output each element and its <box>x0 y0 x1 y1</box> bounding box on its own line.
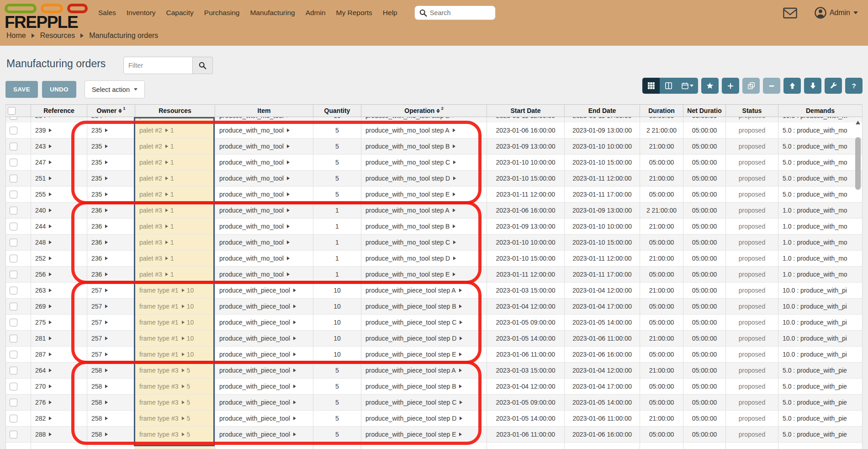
cell-status[interactable]: proposed <box>726 171 778 186</box>
cell-status[interactable]: proposed <box>726 283 778 298</box>
cell-end-date[interactable]: 2023-01-06 11:00:00 <box>565 411 640 426</box>
drilldown-caret-icon[interactable] <box>105 192 108 196</box>
drilldown-caret-icon[interactable] <box>165 128 168 132</box>
drilldown-caret-icon[interactable] <box>49 144 52 148</box>
cell-status[interactable]: proposed <box>726 427 778 442</box>
cell-status[interactable]: proposed <box>726 331 778 346</box>
drilldown-caret-icon[interactable] <box>182 385 185 388</box>
undo-button[interactable]: UNDO <box>42 81 76 98</box>
drilldown-caret-icon[interactable] <box>49 401 52 404</box>
select-all-checkbox[interactable] <box>8 107 16 115</box>
cell-end-date[interactable]: 2023-01-06 16:00:00 <box>565 347 640 362</box>
drilldown-caret-icon[interactable] <box>105 257 108 260</box>
cell-status[interactable]: proposed <box>726 117 778 123</box>
drilldown-caret-icon[interactable] <box>460 401 462 404</box>
drilldown-caret-icon[interactable] <box>453 144 455 148</box>
drilldown-caret-icon[interactable] <box>293 385 296 388</box>
cell-end-date[interactable]: 2023-01-11 12:00:00 <box>565 251 640 266</box>
select-action-dropdown[interactable]: Select action <box>85 80 145 98</box>
cell-start-date[interactable]: 2023-01-03 15:00:00 <box>487 283 565 298</box>
cell-quantity[interactable]: 10 <box>313 117 361 123</box>
breadcrumb-item-home[interactable]: Home <box>6 32 26 40</box>
nav-item-sales[interactable]: Sales <box>98 9 116 17</box>
header-cell-start-date[interactable]: Start Date <box>487 105 565 117</box>
cell-quantity[interactable]: 1 <box>313 203 361 218</box>
drilldown-caret-icon[interactable] <box>165 224 168 228</box>
favorite-button[interactable] <box>701 78 719 94</box>
cell-status[interactable]: proposed <box>726 251 778 266</box>
header-cell-owner[interactable]: Owner1 <box>87 105 135 117</box>
drilldown-caret-icon[interactable] <box>49 128 52 132</box>
header-cell-reference[interactable]: Reference <box>31 105 87 117</box>
row-checkbox[interactable] <box>10 303 17 310</box>
header-cell-demands[interactable]: Demands <box>778 105 862 117</box>
drilldown-caret-icon[interactable] <box>293 353 296 356</box>
cell-quantity[interactable]: 10 <box>313 331 361 346</box>
drilldown-caret-icon[interactable] <box>49 385 52 388</box>
drilldown-caret-icon[interactable] <box>105 433 108 436</box>
drilldown-caret-icon[interactable] <box>460 337 462 340</box>
header-cell-status[interactable]: Status <box>726 105 778 117</box>
drilldown-caret-icon[interactable] <box>105 160 108 164</box>
drilldown-caret-icon[interactable] <box>49 257 52 260</box>
cell-end-date[interactable]: 2023-01-11 12:00:00 <box>565 171 640 186</box>
nav-item-my-reports[interactable]: My Reports <box>336 9 372 17</box>
cell-quantity[interactable]: 1 <box>313 235 361 250</box>
cell-end-date[interactable]: 2023-01-04 12:00:00 <box>565 363 640 378</box>
cell-start-date[interactable]: 2023-01-04 12:00:00 <box>487 299 565 314</box>
nav-item-inventory[interactable]: Inventory <box>127 9 156 17</box>
row-checkbox[interactable] <box>10 223 17 230</box>
drilldown-caret-icon[interactable] <box>165 192 168 196</box>
header-cell-end-date[interactable]: End Date <box>565 105 640 117</box>
filter-input[interactable] <box>123 57 193 74</box>
cell-start-date[interactable]: 2023-01-04 12:00:00 <box>487 379 565 394</box>
drilldown-caret-icon[interactable] <box>49 337 52 340</box>
add-button[interactable] <box>722 78 739 94</box>
row-checkbox[interactable] <box>10 271 17 278</box>
row-checkbox[interactable] <box>10 367 17 374</box>
drilldown-caret-icon[interactable] <box>293 417 296 420</box>
drilldown-caret-icon[interactable] <box>459 385 462 388</box>
drilldown-caret-icon[interactable] <box>105 417 108 420</box>
cell-status[interactable]: proposed <box>726 347 778 362</box>
cell-quantity[interactable]: 5 <box>313 123 361 138</box>
row-checkbox[interactable] <box>10 319 17 326</box>
drilldown-caret-icon[interactable] <box>105 353 108 356</box>
drilldown-caret-icon[interactable] <box>165 176 168 180</box>
drilldown-caret-icon[interactable] <box>182 337 185 340</box>
cell-start-date[interactable]: 2023-01-09 13:00:00 <box>487 139 565 154</box>
cell-quantity[interactable]: 5 <box>313 139 361 154</box>
row-checkbox[interactable] <box>10 399 17 406</box>
drilldown-caret-icon[interactable] <box>460 417 462 420</box>
nav-item-admin[interactable]: Admin <box>306 9 326 17</box>
drilldown-caret-icon[interactable] <box>182 321 185 324</box>
cell-status[interactable]: proposed <box>726 411 778 426</box>
drilldown-caret-icon[interactable] <box>287 273 290 276</box>
drilldown-caret-icon[interactable] <box>453 176 456 180</box>
cell-end-date[interactable]: 2023-01-06 16:00:00 <box>565 427 640 442</box>
cell-start-date[interactable]: 2023-01-06 16:00:00 <box>487 203 565 218</box>
row-checkbox[interactable] <box>10 143 17 150</box>
nav-item-purchasing[interactable]: Purchasing <box>204 9 240 17</box>
drilldown-caret-icon[interactable] <box>105 241 108 244</box>
drilldown-caret-icon[interactable] <box>49 241 52 244</box>
drilldown-caret-icon[interactable] <box>287 128 290 132</box>
cell-end-date[interactable]: 2023-01-11 17:00:00 <box>565 187 640 202</box>
cell-end-date[interactable]: 2023-01-11 17:00:00 <box>565 117 640 123</box>
row-checkbox[interactable] <box>10 127 17 134</box>
header-cell-resources[interactable]: Resources <box>135 105 215 117</box>
drilldown-caret-icon[interactable] <box>293 321 296 324</box>
cell-status[interactable]: proposed <box>726 139 778 154</box>
drilldown-caret-icon[interactable] <box>287 241 290 244</box>
cell-quantity[interactable]: 5 <box>313 411 361 426</box>
drilldown-caret-icon[interactable] <box>293 401 296 404</box>
row-checkbox[interactable] <box>10 239 17 246</box>
drilldown-caret-icon[interactable] <box>460 321 462 324</box>
row-checkbox[interactable] <box>10 415 17 422</box>
cell-quantity[interactable]: 5 <box>313 171 361 186</box>
row-checkbox[interactable] <box>10 287 17 294</box>
cell-end-date[interactable]: 2023-01-09 13:00:00 <box>565 203 640 218</box>
cell-end-date[interactable]: 2023-01-04 12:00:00 <box>565 283 640 298</box>
help-button[interactable]: ? <box>845 78 863 94</box>
global-search-input[interactable] <box>430 9 489 16</box>
